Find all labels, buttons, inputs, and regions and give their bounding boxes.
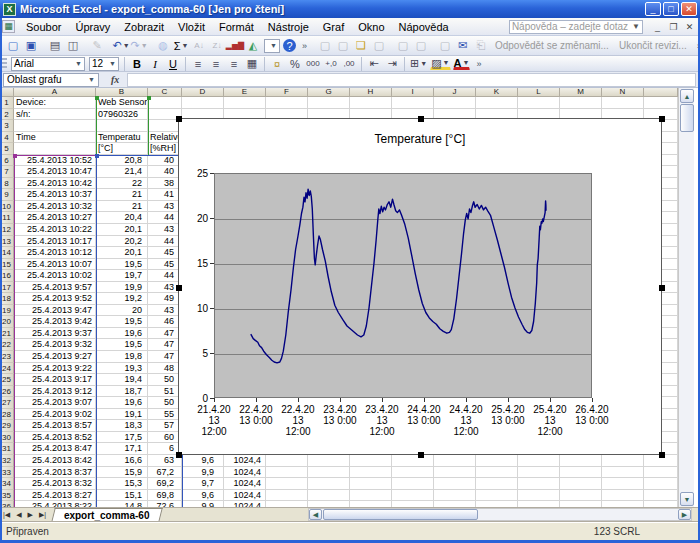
cell-A6[interactable]: 25.4.2013 10:52 — [14, 155, 96, 167]
column-header-h[interactable]: H — [350, 88, 392, 97]
sort-ascending-icon[interactable]: A↓ — [191, 38, 207, 54]
cell-C20[interactable]: 46 — [148, 316, 182, 328]
cell-B12[interactable]: 20,1 — [96, 224, 148, 236]
cell-B8[interactable]: 22 — [96, 178, 148, 190]
row-header-21[interactable]: 21 — [0, 328, 14, 340]
column-header-k[interactable]: K — [476, 88, 518, 97]
cell-C13[interactable]: 44 — [148, 236, 182, 248]
cell-B1[interactable]: Web Sensor — [96, 97, 148, 109]
column-header-e[interactable]: E — [224, 88, 266, 97]
cell-E1[interactable] — [224, 97, 266, 109]
cell-I1[interactable] — [392, 97, 434, 109]
cell-A34[interactable]: 25.4.2013 8:32 — [14, 478, 96, 490]
cell-C7[interactable]: 40 — [148, 166, 182, 178]
cell-C5[interactable]: [%RH] — [148, 143, 182, 155]
cell-N33[interactable] — [602, 467, 644, 479]
cell-B4[interactable]: Temperatu — [96, 132, 148, 144]
cell-F32[interactable] — [266, 455, 308, 467]
align-right-icon[interactable]: ≡ — [226, 56, 242, 72]
cell-L32[interactable] — [518, 455, 560, 467]
review-icon-6[interactable]: ▢ — [437, 38, 453, 54]
name-box[interactable]: Oblast grafu ▼ — [3, 73, 99, 87]
cell-A18[interactable]: 25.4.2013 9:52 — [14, 293, 96, 305]
cell-A1[interactable]: Device: — [14, 97, 96, 109]
cell-B6[interactable]: 20,8 — [96, 155, 148, 167]
row-header-5[interactable]: 5 — [0, 143, 14, 155]
last-sheet-icon[interactable]: ▶| — [36, 511, 49, 519]
cell-A5[interactable] — [14, 143, 96, 155]
menu-soubor[interactable]: Soubor — [19, 20, 68, 34]
cell-A12[interactable]: 25.4.2013 10:22 — [14, 224, 96, 236]
cell-A3[interactable] — [14, 120, 96, 132]
cell-I32[interactable] — [392, 455, 434, 467]
cell-B35[interactable]: 15,1 — [96, 490, 148, 502]
chart-selection-handle[interactable] — [418, 452, 424, 458]
toolbar-grip[interactable] — [2, 58, 7, 70]
row-header-16[interactable]: 16 — [0, 270, 14, 282]
row-header-29[interactable]: 29 — [0, 420, 14, 432]
scroll-up-icon[interactable]: ▲ — [680, 89, 694, 103]
cell-B29[interactable]: 18,3 — [96, 420, 148, 432]
sort-descending-icon[interactable]: Z↓ — [209, 38, 225, 54]
range-handle[interactable] — [95, 154, 99, 158]
cell-C12[interactable]: 43 — [148, 224, 182, 236]
cell-A28[interactable]: 25.4.2013 9:02 — [14, 409, 96, 421]
cell-G1[interactable] — [308, 97, 350, 109]
print-preview-icon[interactable]: ◫ — [65, 38, 81, 54]
comma-style-icon[interactable]: 000 — [305, 56, 321, 72]
cell-A8[interactable]: 25.4.2013 10:42 — [14, 178, 96, 190]
font-size-combo[interactable]: 12▼ — [89, 57, 119, 71]
row-header-18[interactable]: 18 — [0, 293, 14, 305]
review-icon-2[interactable]: ▢ — [335, 38, 351, 54]
cell-C11[interactable]: 44 — [148, 212, 182, 224]
toolbar-options-icon[interactable]: » — [299, 41, 310, 51]
cell-K32[interactable] — [476, 455, 518, 467]
cell-F1[interactable] — [266, 97, 308, 109]
cell-E34[interactable]: 1024,4 — [224, 478, 266, 490]
chart-selection-handle[interactable] — [176, 116, 182, 122]
fill-color-icon[interactable]: ▨▼ — [430, 57, 450, 70]
end-review-button[interactable]: Ukončit revizi... — [619, 40, 687, 51]
horizontal-scrollbar[interactable]: ◀ ▶ — [308, 508, 692, 521]
cell-A21[interactable]: 25.4.2013 9:37 — [14, 328, 96, 340]
row-header-19[interactable]: 19 — [0, 305, 14, 317]
vertical-scroll-thumb[interactable] — [680, 104, 694, 132]
cell-C25[interactable]: 50 — [148, 374, 182, 386]
cell-E33[interactable]: 1024,4 — [224, 467, 266, 479]
cell-C6[interactable]: 40 — [148, 155, 182, 167]
cell-B13[interactable]: 20,2 — [96, 236, 148, 248]
row-header-20[interactable]: 20 — [0, 316, 14, 328]
cell-C19[interactable]: 43 — [148, 305, 182, 317]
row-header-28[interactable]: 28 — [0, 409, 14, 421]
horizontal-scroll-thumb[interactable] — [323, 509, 478, 520]
range-handle[interactable] — [95, 96, 99, 100]
cell-J34[interactable] — [434, 478, 476, 490]
chart-selection-handle[interactable] — [418, 116, 424, 122]
prev-sheet-icon[interactable]: ◀ — [13, 511, 24, 519]
cell-C4[interactable]: Relative — [148, 132, 182, 144]
cell-M33[interactable] — [560, 467, 602, 479]
cell-B20[interactable]: 19,5 — [96, 316, 148, 328]
cell-G32[interactable] — [308, 455, 350, 467]
undo-icon[interactable]: ↶▼ — [113, 38, 129, 54]
cell-A2[interactable]: s/n: — [14, 109, 96, 121]
cell-B23[interactable]: 19,8 — [96, 351, 148, 363]
row-header-31[interactable]: 31 — [0, 443, 14, 455]
row-header-27[interactable]: 27 — [0, 397, 14, 409]
percent-icon[interactable]: % — [287, 56, 303, 72]
cell-B22[interactable]: 19,5 — [96, 339, 148, 351]
cell-A7[interactable]: 25.4.2013 10:47 — [14, 166, 96, 178]
column-header-m[interactable]: M — [560, 88, 602, 97]
cell-A30[interactable]: 25.4.2013 8:52 — [14, 432, 96, 444]
row-header-35[interactable]: 35 — [0, 490, 14, 502]
chart-selection-handle[interactable] — [659, 285, 665, 291]
row-header-22[interactable]: 22 — [0, 339, 14, 351]
cell-A26[interactable]: 25.4.2013 9:12 — [14, 386, 96, 398]
row-header-2[interactable]: 2 — [0, 109, 14, 121]
row-header-3[interactable]: 3 — [0, 120, 14, 132]
row-header-34[interactable]: 34 — [0, 478, 14, 490]
cell-M32[interactable] — [560, 455, 602, 467]
row-header-15[interactable]: 15 — [0, 259, 14, 271]
cell-G35[interactable] — [308, 490, 350, 502]
format-painter-icon[interactable]: ✎ — [89, 38, 105, 54]
